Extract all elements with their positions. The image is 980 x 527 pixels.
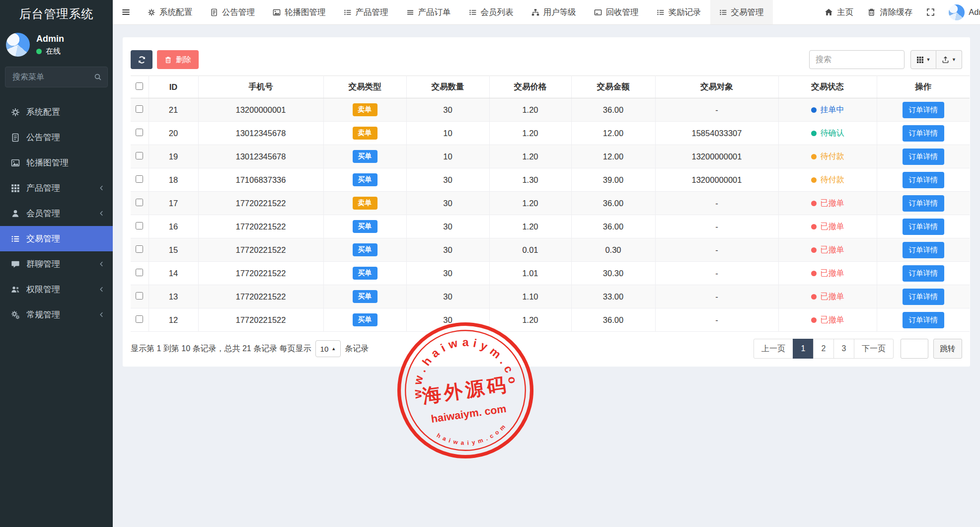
order-detail-button[interactable]: 订单详情: [903, 102, 944, 118]
admin-menu[interactable]: Admin: [949, 4, 980, 20]
topnav-user-level[interactable]: 用户等级: [523, 0, 585, 24]
sitemap-icon: [531, 8, 539, 16]
row-checkbox[interactable]: [136, 105, 143, 113]
pagination-prev[interactable]: 上一页: [754, 339, 793, 359]
order-detail-button[interactable]: 订单详情: [903, 125, 944, 142]
cell-price: 1.20: [489, 215, 571, 238]
cogs-icon: [11, 310, 20, 319]
row-checkbox[interactable]: [136, 175, 143, 183]
row-checkbox[interactable]: [136, 315, 143, 323]
cell-target: -: [655, 285, 778, 308]
cell-id: 17: [149, 192, 198, 215]
cell-amount: 33.00: [571, 285, 655, 308]
order-detail-button[interactable]: 订单详情: [903, 242, 944, 258]
table-row: 20 13012345678 卖单 10 1.20 12.00 15854033…: [131, 122, 970, 145]
topnav-announcement[interactable]: 公告管理: [201, 0, 264, 24]
order-detail-button[interactable]: 订单详情: [903, 289, 944, 305]
pagination-page-2[interactable]: 2: [813, 339, 834, 359]
refresh-button[interactable]: [131, 50, 152, 69]
status-dot-icon: [811, 201, 817, 206]
table-row: 17 17720221522 卖单 30 1.20 36.00 - 已撤单 订单…: [131, 192, 970, 215]
cell-target: -: [655, 308, 778, 332]
columns-dropdown-button[interactable]: ▼: [910, 50, 936, 69]
order-detail-button[interactable]: 订单详情: [903, 312, 944, 328]
jump-button[interactable]: 跳转: [933, 339, 962, 359]
topnav-trade[interactable]: 交易管理: [710, 0, 773, 24]
topnav-product[interactable]: 产品管理: [335, 0, 397, 24]
pagination-next[interactable]: 下一页: [854, 339, 894, 359]
list-icon: [719, 8, 727, 16]
cell-price: 1.30: [489, 168, 571, 192]
home-link[interactable]: 主页: [825, 7, 853, 18]
cell-phone: 17720221522: [198, 262, 323, 285]
cell-qty: 30: [406, 168, 489, 192]
row-checkbox[interactable]: [136, 292, 143, 300]
cell-id: 18: [149, 168, 198, 192]
topbar: 系统配置 公告管理 轮播图管理 产品管理 产品订单 会员列表 用户等级 回收管理…: [113, 0, 980, 25]
clear-cache-button[interactable]: 清除缓存: [867, 7, 912, 18]
cell-id: 13: [149, 285, 198, 308]
topnav-member-list[interactable]: 会员列表: [460, 0, 523, 24]
cell-phone: 17720221522: [198, 215, 323, 238]
sidebar: 后台管理系统 Admin 在线 系统配置 公告管理 轮播图管理 产品管理 会员管…: [0, 0, 113, 527]
order-detail-button[interactable]: 订单详情: [903, 265, 944, 282]
jump-page-input[interactable]: [901, 339, 928, 359]
select-all-checkbox[interactable]: [136, 82, 143, 90]
sidebar-item-product[interactable]: 产品管理: [0, 175, 113, 201]
sidebar-toggle-button[interactable]: [113, 0, 139, 24]
fullscreen-button[interactable]: [926, 8, 935, 16]
sidebar-item-general[interactable]: 常规管理: [0, 302, 113, 327]
topnav-carousel[interactable]: 轮播图管理: [264, 0, 335, 24]
cell-qty: 30: [406, 285, 489, 308]
pagination-page-3[interactable]: 3: [833, 339, 854, 359]
row-checkbox[interactable]: [136, 222, 143, 229]
status-badge: 已撤单: [811, 245, 844, 255]
row-checkbox[interactable]: [136, 245, 143, 253]
table-search-input[interactable]: [809, 50, 905, 69]
pagination: 上一页 123下一页: [754, 339, 894, 359]
chevron-left-icon: [98, 286, 105, 293]
cell-phone: 17106837336: [198, 168, 323, 192]
gear-icon: [11, 108, 20, 117]
top-nav: 系统配置 公告管理 轮播图管理 产品管理 产品订单 会员列表 用户等级 回收管理…: [139, 0, 773, 24]
order-detail-button[interactable]: 订单详情: [903, 219, 944, 235]
row-checkbox[interactable]: [136, 269, 143, 276]
page-size-dropdown[interactable]: 10▲: [315, 340, 341, 357]
row-checkbox[interactable]: [136, 129, 143, 136]
cell-amount: 36.00: [571, 215, 655, 238]
list-icon: [657, 8, 665, 16]
caret-down-icon: ▼: [952, 58, 956, 62]
topnav-recycle[interactable]: 回收管理: [585, 0, 648, 24]
sidebar-item-announcement[interactable]: 公告管理: [0, 125, 113, 150]
cell-target: -: [655, 262, 778, 285]
sidebar-item-system-config[interactable]: 系统配置: [0, 99, 113, 125]
main-content: 删除 ▼ ▼ ID 手机号: [113, 25, 980, 527]
status-dot-icon: [811, 271, 817, 276]
sidebar-item-groupchat[interactable]: 群聊管理: [0, 251, 113, 277]
cell-qty: 30: [406, 238, 489, 262]
sidebar-item-trade[interactable]: 交易管理: [0, 226, 113, 251]
order-detail-button[interactable]: 订单详情: [903, 172, 944, 188]
sidebar-item-member[interactable]: 会员管理: [0, 201, 113, 226]
cell-id: 12: [149, 308, 198, 332]
cell-phone: 13012345678: [198, 145, 323, 168]
order-detail-button[interactable]: 订单详情: [903, 149, 944, 165]
topnav-system-config[interactable]: 系统配置: [139, 0, 201, 24]
sidebar-item-permission[interactable]: 权限管理: [0, 277, 113, 302]
pagination-page-1[interactable]: 1: [793, 339, 814, 359]
sidebar-user-panel: Admin 在线: [0, 28, 113, 64]
user-avatar[interactable]: [6, 33, 30, 57]
topnav-product-order[interactable]: 产品订单: [397, 0, 460, 24]
cell-target: -: [655, 192, 778, 215]
cell-id: 20: [149, 122, 198, 145]
order-detail-button[interactable]: 订单详情: [903, 195, 944, 212]
topnav-reward[interactable]: 奖励记录: [648, 0, 710, 24]
sidebar-item-carousel[interactable]: 轮播图管理: [0, 150, 113, 175]
cell-qty: 30: [406, 308, 489, 332]
export-dropdown-button[interactable]: ▼: [936, 50, 962, 69]
row-checkbox[interactable]: [136, 199, 143, 206]
sidebar-search-input[interactable]: [5, 67, 108, 87]
cell-price: 1.10: [489, 285, 571, 308]
delete-button[interactable]: 删除: [157, 50, 199, 69]
row-checkbox[interactable]: [136, 152, 143, 159]
